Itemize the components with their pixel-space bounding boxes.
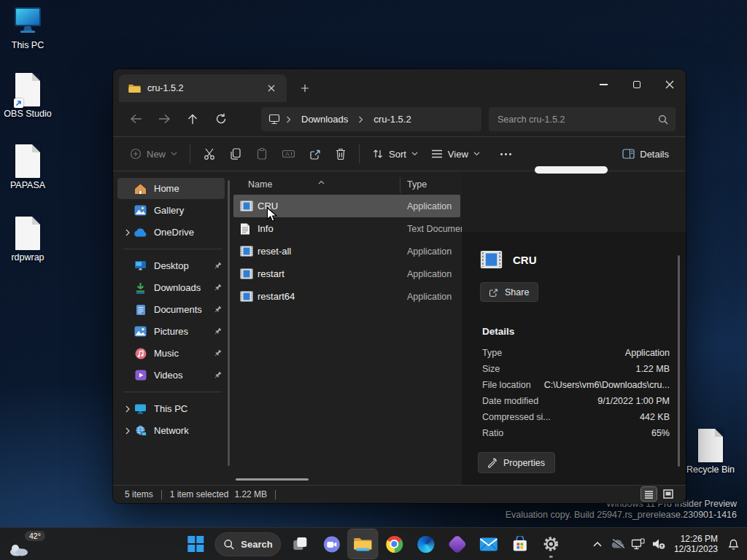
refresh-button[interactable]: [210, 108, 232, 130]
minimize-button[interactable]: [587, 69, 620, 100]
chrome-button[interactable]: [380, 529, 409, 559]
desktop-icon-papasa[interactable]: PAPASA: [0, 144, 55, 190]
rename-button[interactable]: A: [275, 143, 302, 165]
search-icon[interactable]: [658, 114, 668, 125]
sort-label: Sort: [389, 149, 406, 160]
sidebar-item-downloads[interactable]: Downloads: [117, 277, 225, 298]
file-row-cru[interactable]: CRU Application: [233, 195, 460, 217]
file-row-reset-all[interactable]: reset-all Application: [233, 240, 460, 262]
search-input[interactable]: [498, 114, 658, 125]
svg-text:A: A: [285, 150, 290, 158]
breadcrumb-item-downloads[interactable]: Downloads: [297, 112, 352, 126]
chat-button[interactable]: [317, 529, 347, 559]
sidebar-item-pictures[interactable]: Pictures: [117, 321, 225, 342]
details-row-file-location: File location C:\Users\vm6\Downloads\cru…: [482, 377, 670, 393]
volume-tray-icon[interactable]: [649, 529, 668, 559]
view-button[interactable]: View: [425, 144, 487, 164]
new-tab-button[interactable]: [297, 80, 313, 96]
details-label: Type: [482, 348, 502, 358]
details-row-ratio: Ratio 65%: [482, 425, 670, 441]
desktop-icon-recycle-bin[interactable]: Recycle Bin: [683, 429, 738, 475]
forward-button[interactable]: [153, 108, 175, 130]
this-pc-icon: [12, 6, 44, 35]
network-icon: [133, 425, 147, 437]
taskbar-clock[interactable]: 12:26 PM 12/31/2023: [670, 534, 722, 555]
sidebar-item-videos[interactable]: Videos: [117, 365, 225, 386]
expand-chevron-icon[interactable]: [121, 427, 133, 435]
breadcrumb-chevron-icon: [358, 116, 363, 123]
file-type: Text Document: [407, 224, 462, 234]
sidebar-item-music[interactable]: Music: [117, 343, 225, 364]
taskbar-search-label: Search: [241, 539, 272, 550]
explorer-tab[interactable]: cru-1.5.2: [119, 74, 287, 102]
details-label: Compressed si...: [482, 412, 551, 422]
desktop-icon-obs-studio[interactable]: OBS Studio: [0, 73, 55, 119]
properties-button[interactable]: Properties: [478, 452, 555, 473]
hidden-icons-chevron[interactable]: [588, 529, 607, 559]
close-button[interactable]: [653, 69, 686, 100]
widgets-button[interactable]: 42°: [6, 531, 44, 558]
file-row-restart[interactable]: restart Application: [233, 262, 460, 285]
sidebar-scrollbar[interactable]: [228, 180, 230, 466]
mail-button[interactable]: [474, 529, 503, 559]
desktop-icon-this-pc[interactable]: This PC: [0, 6, 55, 50]
column-header-name[interactable]: Name: [248, 179, 272, 190]
tab-close-icon[interactable]: [263, 80, 279, 96]
chevron-down-icon: [411, 152, 418, 156]
see-more-button[interactable]: [487, 149, 525, 160]
edge-button[interactable]: [411, 529, 441, 559]
weather-temperature: 42°: [25, 531, 45, 541]
sidebar-item-documents[interactable]: Documents: [117, 299, 225, 320]
desktop-icon-label: This PC: [0, 40, 55, 50]
sidebar-item-home[interactable]: Home: [117, 178, 225, 199]
delete-button[interactable]: [328, 143, 353, 165]
this-pc-crumb-icon[interactable]: [268, 114, 280, 125]
file-row-info[interactable]: Info Text Document: [233, 217, 460, 240]
breadcrumb-item-current[interactable]: cru-1.5.2: [369, 112, 415, 126]
sidebar-separator: [123, 249, 222, 249]
back-button[interactable]: [125, 108, 147, 130]
maximize-button[interactable]: [620, 69, 653, 100]
details-pane-toggle[interactable]: Details: [616, 144, 676, 164]
sidebar-item-this-pc[interactable]: This PC: [117, 398, 225, 419]
sidebar-item-gallery[interactable]: Gallery: [117, 200, 225, 221]
cut-button[interactable]: [196, 143, 222, 165]
task-view-button[interactable]: [286, 529, 315, 559]
sort-button[interactable]: Sort: [365, 144, 425, 164]
search-box[interactable]: [489, 107, 676, 131]
sidebar-item-desktop[interactable]: Desktop: [117, 255, 225, 276]
file-row-restart64[interactable]: restart64 Application: [233, 285, 460, 308]
store-button[interactable]: [506, 529, 535, 559]
column-divider[interactable]: [400, 178, 400, 193]
copy-button[interactable]: [222, 143, 249, 165]
up-button[interactable]: [182, 108, 204, 130]
details-scrollbar[interactable]: [678, 255, 680, 467]
expand-chevron-icon[interactable]: [121, 405, 133, 413]
details-view-toggle[interactable]: [641, 487, 657, 501]
share-button-toolbar[interactable]: [302, 143, 328, 165]
chevron-down-icon: [171, 152, 177, 156]
paste-button[interactable]: [249, 143, 275, 165]
file-explorer-button[interactable]: [349, 529, 378, 559]
office-button[interactable]: [443, 529, 472, 559]
network-tray-icon[interactable]: [629, 529, 648, 559]
titlebar[interactable]: cru-1.5.2: [113, 69, 686, 102]
details-label: Ratio: [482, 428, 503, 438]
taskbar-search[interactable]: Search: [214, 532, 281, 556]
navigation-pane: Home Gallery OneDrive: [113, 171, 232, 485]
start-button[interactable]: [181, 529, 210, 559]
column-header-type[interactable]: Type: [407, 179, 427, 190]
desktop-icon-rdpwrap[interactable]: rdpwrap: [0, 217, 55, 262]
horizontal-scrollbar[interactable]: [236, 478, 309, 481]
statusbar-divider: [161, 490, 162, 499]
share-button[interactable]: Share: [480, 282, 538, 302]
clock-time: 12:26 PM: [674, 534, 718, 545]
settings-button[interactable]: [537, 529, 566, 559]
sidebar-item-onedrive[interactable]: OneDrive: [117, 222, 225, 243]
new-button[interactable]: New: [123, 144, 184, 164]
sidebar-item-network[interactable]: Network: [117, 420, 225, 441]
onedrive-tray-icon[interactable]: [608, 529, 627, 559]
expand-chevron-icon[interactable]: [121, 229, 133, 236]
thumbnail-view-toggle[interactable]: [660, 487, 676, 501]
notifications-button[interactable]: [724, 529, 743, 559]
